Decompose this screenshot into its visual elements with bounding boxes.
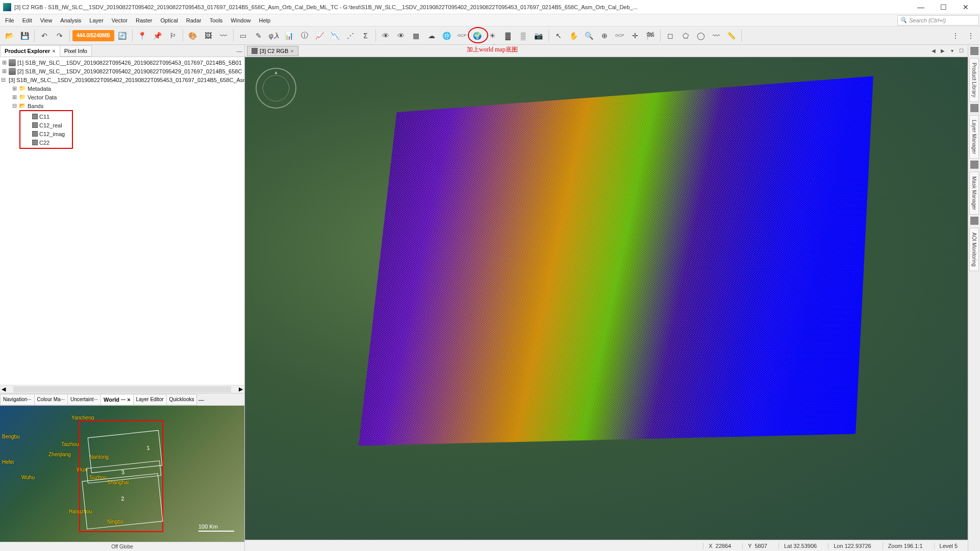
tree-band-c11[interactable]: C11 (20, 112, 72, 121)
menu-window[interactable]: Window (227, 16, 255, 25)
select-free-icon[interactable]: 〰 (709, 29, 723, 43)
crosshair-icon[interactable]: ✛ (628, 29, 642, 43)
palette-icon[interactable]: 🎨 (186, 29, 200, 43)
tree-product-3[interactable]: ⊟ [3] S1B_IW_SLC__1SDV_20190822T095402_2… (0, 75, 244, 84)
doc-tab-c2-rgb[interactable]: [3] C2 RGB × (247, 46, 298, 56)
tab-pixel-info[interactable]: Pixel Info (60, 45, 92, 57)
menu-view[interactable]: View (36, 16, 57, 25)
tab-aoi-monitoring[interactable]: AOI Monitoring (969, 228, 979, 271)
pointer-icon[interactable]: ↖ (551, 29, 566, 43)
close-button[interactable]: ✕ (954, 0, 977, 14)
close-icon[interactable]: × (52, 48, 55, 54)
pin2-icon[interactable]: 📌 (150, 29, 165, 43)
menu-chevron-icon[interactable]: ⋮ (948, 29, 963, 43)
histogram-icon[interactable]: 📊 (282, 29, 296, 43)
tree-vector-data[interactable]: ⊞ 📁 Vector Data (0, 93, 244, 101)
pattern2-icon[interactable]: ▒ (516, 29, 531, 43)
flag2-icon[interactable]: 🏁 (643, 29, 658, 43)
select-rect-icon[interactable]: ◻ (663, 29, 677, 43)
worldmap-overlay-button[interactable]: 🌍 (470, 29, 485, 43)
wave-icon[interactable]: 〰 (216, 29, 231, 43)
pin-icon[interactable]: 📍 (135, 29, 149, 43)
pan-icon[interactable]: ✋ (567, 29, 581, 43)
zoom-icon[interactable]: 🔍 (582, 29, 596, 43)
layer-manager-icon[interactable] (970, 104, 978, 112)
aoi-monitoring-icon[interactable] (970, 217, 978, 225)
world-map-view[interactable]: Yancheng Bengbu Taizhou Zhenjiang Nanton… (0, 406, 244, 542)
save-icon[interactable]: 💾 (17, 29, 32, 43)
gcp-label[interactable]: GCP (455, 29, 469, 43)
tab-layer-editor[interactable]: Layer Editor (133, 394, 167, 405)
search-input[interactable]: 🔍 Search (Ctrl+I) (897, 15, 979, 25)
tab-product-explorer[interactable]: Product Explorer × (0, 45, 60, 57)
close-icon[interactable]: × (127, 397, 130, 403)
product-library-icon[interactable] (970, 47, 978, 55)
tree-product-1[interactable]: ⊞ [1] S1B_IW_SLC__1SDV_20190822T095426_2… (0, 58, 244, 67)
maximize-button[interactable]: ☐ (932, 0, 954, 14)
undo-icon[interactable]: ↶ (37, 29, 52, 43)
tab-layer-manager[interactable]: Layer Manager (969, 115, 979, 159)
refresh-icon[interactable]: 🔄 (115, 29, 130, 43)
sigma-icon[interactable]: Σ (359, 29, 373, 43)
tab-product-library[interactable]: Product Library (969, 58, 979, 102)
mask-manager-icon[interactable] (970, 161, 978, 169)
minimize-button[interactable]: — (910, 0, 932, 14)
tree-band-c12-imag[interactable]: C12_imag (20, 129, 72, 138)
tab-world-view[interactable]: World ··· × (100, 394, 134, 405)
scatter-icon[interactable]: ⋰ (343, 29, 358, 43)
grid-icon[interactable]: ▦ (409, 29, 423, 43)
brightness-icon[interactable]: ☀ (486, 29, 500, 43)
camera-icon[interactable]: 📷 (532, 29, 546, 43)
close-icon[interactable]: × (290, 48, 293, 54)
expand-icon[interactable]: ⊞ (11, 85, 17, 92)
menu-raster[interactable]: Raster (132, 16, 156, 25)
globe1-icon[interactable]: 🌐 (440, 29, 454, 43)
tab-quicklooks[interactable]: Quicklooks (166, 394, 197, 405)
compass-icon[interactable]: ▲ (256, 68, 296, 109)
gcp2-label[interactable]: GCP (613, 29, 627, 43)
menu-radar[interactable]: Radar (182, 16, 206, 25)
info-icon[interactable]: ⓘ (297, 29, 312, 43)
expand-icon[interactable]: ⊞ (11, 94, 17, 100)
tree-band-c12-real[interactable]: C12_real (20, 121, 72, 129)
horizontal-scrollbar[interactable]: ◀▶ (0, 385, 244, 393)
zoom-in-icon[interactable]: ⊕ (597, 29, 612, 43)
chart1-icon[interactable]: 📈 (313, 29, 327, 43)
tab-navigation[interactable]: Navigation··· (0, 394, 35, 405)
panel-minimize-icon[interactable]: — (234, 48, 244, 54)
prev-tab-icon[interactable]: ◀ (929, 48, 938, 54)
redo-icon[interactable]: ↷ (53, 29, 67, 43)
menu-file[interactable]: File (1, 16, 18, 25)
menu-tools[interactable]: Tools (206, 16, 227, 25)
expand-icon[interactable]: ⊞ (1, 59, 7, 66)
expand-icon[interactable]: ⊞ (1, 68, 7, 74)
menu-analysis[interactable]: Analysis (56, 16, 85, 25)
phi-icon[interactable]: φ,λ (267, 29, 281, 43)
menu-help[interactable]: Help (255, 16, 274, 25)
pattern1-icon[interactable]: ▓ (501, 29, 515, 43)
tree-band-c22[interactable]: C22 (20, 138, 72, 147)
select-poly-icon[interactable]: ⬠ (679, 29, 693, 43)
ruler-icon[interactable]: 📏 (724, 29, 739, 43)
dropdown-icon[interactable]: ▾ (947, 48, 957, 54)
tab-colour-manipulation[interactable]: Colour Ma··· (34, 394, 68, 405)
menu-layer[interactable]: Layer (85, 16, 108, 25)
product-tree[interactable]: ⊞ [1] S1B_IW_SLC__1SDV_20190822T095426_2… (0, 57, 244, 385)
collapse-icon[interactable]: ⊟ (1, 76, 6, 83)
eye2-icon[interactable]: 👁 (394, 29, 408, 43)
menu-more-icon[interactable]: ⋮ (964, 29, 978, 43)
menu-vector[interactable]: Vector (108, 16, 132, 25)
collapse-icon[interactable]: ⊟ (11, 102, 17, 109)
rect-icon[interactable]: ▭ (236, 29, 250, 43)
select-circle-icon[interactable]: ◯ (694, 29, 708, 43)
open-icon[interactable]: 📂 (2, 29, 16, 43)
chart2-icon[interactable]: 📉 (328, 29, 342, 43)
tree-product-2[interactable]: ⊞ [2] S1B_IW_SLC__1SDV_20190822T095402_2… (0, 67, 244, 75)
eye1-icon[interactable]: 👁 (379, 29, 393, 43)
next-tab-icon[interactable]: ▶ (938, 48, 947, 54)
maximize-view-icon[interactable]: ☐ (957, 48, 966, 54)
tree-metadata[interactable]: ⊞ 📁 Metadata (0, 84, 244, 93)
edit-icon[interactable]: ✎ (252, 29, 266, 43)
image-view[interactable]: ▲ (245, 57, 968, 540)
tab-uncertainty[interactable]: Uncertaint··· (67, 394, 101, 405)
